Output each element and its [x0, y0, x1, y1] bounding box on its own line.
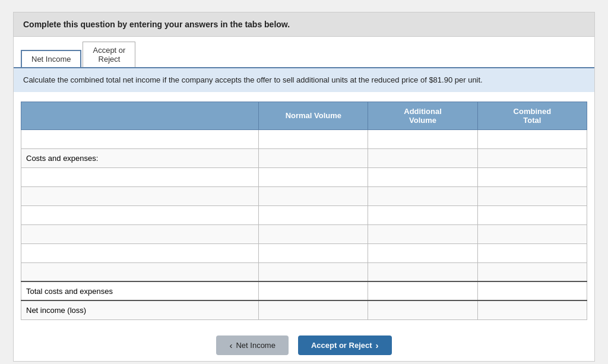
main-container: Complete this question by entering your …	[13, 12, 595, 362]
row5-label-input[interactable]	[21, 206, 258, 224]
table-header-row: Normal Volume AdditionalVolume CombinedT…	[21, 102, 587, 129]
row7-normal-input[interactable]	[259, 244, 368, 262]
row6-normal-cell[interactable]	[259, 224, 368, 243]
row4-label-input[interactable]	[21, 187, 258, 205]
row4-normal-input[interactable]	[259, 187, 368, 205]
row1-additional-cell[interactable]	[368, 129, 477, 148]
row8-normal-input[interactable]	[259, 263, 368, 281]
prev-arrow-icon	[229, 340, 232, 350]
description-text: Calculate the combined total net income …	[23, 74, 585, 86]
next-button[interactable]: Accept or Reject	[298, 335, 392, 355]
row6-combined-cell[interactable]	[477, 224, 587, 243]
row5-additional-input[interactable]	[368, 206, 477, 224]
row5-additional-cell[interactable]	[368, 205, 477, 224]
instruction-text: Complete this question by entering your …	[23, 20, 585, 29]
tab-accept-reject[interactable]: Accept orReject	[83, 42, 135, 67]
table-section: Normal Volume AdditionalVolume CombinedT…	[14, 92, 594, 327]
row6-label-cell[interactable]	[21, 224, 259, 243]
row4-combined-cell[interactable]	[477, 186, 587, 205]
row5-normal-cell[interactable]	[259, 205, 368, 224]
total-costs-combined-cell[interactable]	[477, 281, 587, 300]
row7-combined-input[interactable]	[478, 244, 587, 262]
row4-normal-cell[interactable]	[259, 186, 368, 205]
row6-combined-input[interactable]	[478, 225, 587, 243]
col-header-label	[21, 102, 259, 129]
row4-additional-input[interactable]	[368, 187, 477, 205]
row4-label-cell[interactable]	[21, 186, 259, 205]
row8-combined-cell[interactable]	[477, 262, 587, 281]
row1-additional-input[interactable]	[368, 130, 477, 148]
table-row-costs-section: Costs and expenses:	[21, 148, 587, 167]
col-header-combined: CombinedTotal	[477, 102, 587, 129]
tabs-row: Net Income Accept orReject	[14, 37, 594, 68]
row1-normal-input[interactable]	[259, 130, 368, 148]
row3-label-input[interactable]	[21, 168, 258, 186]
row7-additional-cell[interactable]	[368, 243, 477, 262]
net-income-combined-input[interactable]	[478, 301, 587, 319]
row8-label-cell[interactable]	[21, 262, 259, 281]
row6-additional-input[interactable]	[368, 225, 477, 243]
row5-combined-input[interactable]	[478, 206, 587, 224]
total-costs-normal-cell[interactable]	[259, 281, 368, 300]
row7-label-input[interactable]	[21, 244, 258, 262]
row4-additional-cell[interactable]	[368, 186, 477, 205]
row1-combined-input[interactable]	[478, 130, 587, 148]
net-income-combined-cell[interactable]	[477, 300, 587, 319]
total-costs-combined-input[interactable]	[478, 282, 587, 300]
footer-nav: Net Income Accept or Reject	[14, 327, 594, 361]
total-costs-label: Total costs and expenses	[21, 281, 259, 300]
table-row	[21, 205, 587, 224]
net-income-additional-cell[interactable]	[368, 300, 477, 319]
row6-label-input[interactable]	[21, 225, 258, 243]
row1-label-cell[interactable]	[21, 129, 259, 148]
table-row	[21, 243, 587, 262]
costs-label: Costs and expenses:	[21, 148, 259, 167]
net-income-label: Net income (loss)	[21, 300, 259, 319]
row8-normal-cell[interactable]	[259, 262, 368, 281]
row3-additional-input[interactable]	[368, 168, 477, 186]
total-costs-normal-input[interactable]	[259, 282, 368, 300]
table-row	[21, 167, 587, 186]
tab-net-income[interactable]: Net Income	[21, 50, 81, 67]
table-row	[21, 129, 587, 148]
row1-label-input[interactable]	[21, 130, 258, 148]
table-row-total-costs: Total costs and expenses	[21, 281, 587, 300]
row3-normal-cell[interactable]	[259, 167, 368, 186]
row3-additional-cell[interactable]	[368, 167, 477, 186]
table-row-net-income: Net income (loss)	[21, 300, 587, 319]
costs-combined	[477, 148, 587, 167]
row3-normal-input[interactable]	[259, 168, 368, 186]
row1-combined-cell[interactable]	[477, 129, 587, 148]
table-row	[21, 224, 587, 243]
row1-normal-cell[interactable]	[259, 129, 368, 148]
row4-combined-input[interactable]	[478, 187, 587, 205]
net-income-normal-input[interactable]	[259, 301, 368, 319]
row5-combined-cell[interactable]	[477, 205, 587, 224]
row3-combined-input[interactable]	[478, 168, 587, 186]
header-bar: Complete this question by entering your …	[14, 12, 594, 37]
net-income-normal-cell[interactable]	[259, 300, 368, 319]
table-row	[21, 186, 587, 205]
row7-normal-cell[interactable]	[259, 243, 368, 262]
row7-label-cell[interactable]	[21, 243, 259, 262]
row7-combined-cell[interactable]	[477, 243, 587, 262]
row3-label-cell[interactable]	[21, 167, 259, 186]
row5-normal-input[interactable]	[259, 206, 368, 224]
costs-normal	[259, 148, 368, 167]
row8-combined-input[interactable]	[478, 263, 587, 281]
row8-label-input[interactable]	[21, 263, 258, 281]
prev-button[interactable]: Net Income	[216, 335, 288, 355]
row6-normal-input[interactable]	[259, 225, 368, 243]
row3-combined-cell[interactable]	[477, 167, 587, 186]
row7-additional-input[interactable]	[368, 244, 477, 262]
row6-additional-cell[interactable]	[368, 224, 477, 243]
row5-label-cell[interactable]	[21, 205, 259, 224]
table-row	[21, 262, 587, 281]
row8-additional-input[interactable]	[368, 263, 477, 281]
total-costs-additional-cell[interactable]	[368, 281, 477, 300]
net-income-additional-input[interactable]	[368, 301, 477, 319]
row8-additional-cell[interactable]	[368, 262, 477, 281]
prev-button-label: Net Income	[236, 341, 275, 350]
total-costs-additional-input[interactable]	[368, 282, 477, 300]
col-header-normal: Normal Volume	[259, 102, 368, 129]
